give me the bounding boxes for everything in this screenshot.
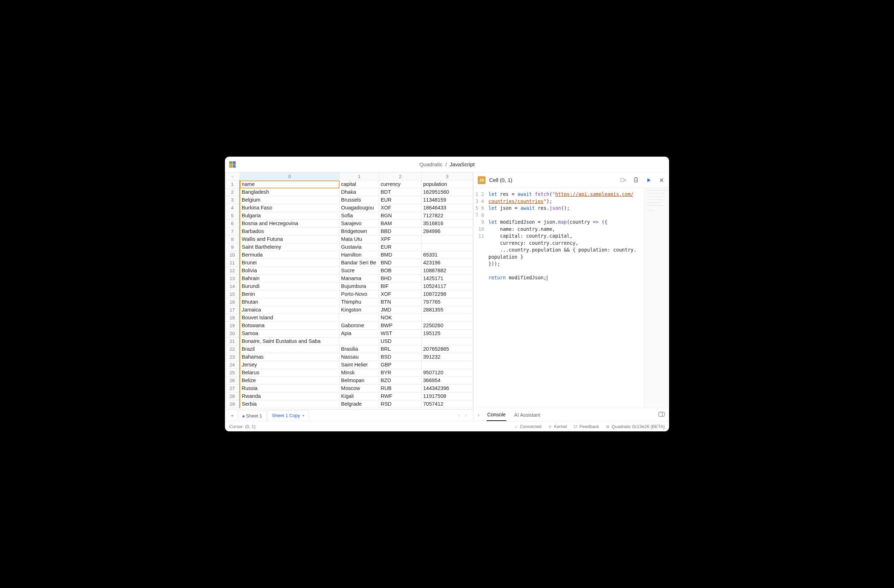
add-sheet-button[interactable]: ＋ <box>227 411 237 421</box>
cell[interactable]: 7127822 <box>422 212 473 220</box>
sheet-tab-1[interactable]: Sheet 1 <box>238 411 267 421</box>
status-kernel[interactable]: Kernel <box>548 424 567 429</box>
cell[interactable]: Brussels <box>340 196 379 204</box>
row-header[interactable]: 27 <box>225 384 240 392</box>
cell[interactable]: Samoa <box>240 330 340 338</box>
cell[interactable]: Bridgetown <box>340 228 379 235</box>
cell[interactable]: 11348159 <box>422 196 473 204</box>
row-header[interactable]: 17 <box>225 306 240 314</box>
cell[interactable]: 366954 <box>422 377 473 384</box>
cell[interactable]: Belmopan <box>340 377 379 384</box>
selection-icon[interactable]: ▾ <box>620 177 626 183</box>
cell[interactable]: Belgrade <box>340 400 379 408</box>
cell[interactable]: name <box>240 181 340 188</box>
cell[interactable]: 207652865 <box>422 345 473 353</box>
cell[interactable]: NOK <box>379 314 422 322</box>
chevron-right-icon[interactable]: › <box>478 412 479 418</box>
cell[interactable]: 18646433 <box>422 204 473 212</box>
row-header[interactable]: 26 <box>225 377 240 384</box>
cell[interactable]: Burundi <box>240 283 340 290</box>
cell[interactable]: BWP <box>379 322 422 330</box>
cell[interactable]: Saint Barthelemy <box>240 243 340 251</box>
row-header[interactable]: 25 <box>225 369 240 377</box>
cell[interactable] <box>422 235 473 243</box>
cell[interactable] <box>340 338 379 345</box>
row-header[interactable]: 7 <box>225 228 240 235</box>
cell[interactable]: Moscow <box>340 384 379 392</box>
cell[interactable]: 7057412 <box>422 400 473 408</box>
cell[interactable]: Benin <box>240 290 340 298</box>
cell[interactable]: Ouagadougou <box>340 204 379 212</box>
cell[interactable]: Apia <box>340 330 379 338</box>
row-header[interactable]: 9 <box>225 243 240 251</box>
sheet-tab-2[interactable]: Sheet 1 Copy▾ <box>267 410 309 421</box>
cell[interactable]: Bonaire, Saint Eustatius and Saba <box>240 338 340 345</box>
row-header[interactable]: 10 <box>225 251 240 259</box>
cell[interactable]: 10887882 <box>422 267 473 275</box>
cell[interactable]: BTN <box>379 298 422 306</box>
row-header[interactable]: 16 <box>225 298 240 306</box>
cell[interactable]: currency <box>379 181 422 188</box>
cell[interactable]: Jersey <box>240 361 340 369</box>
cell[interactable]: Kingston <box>340 306 379 314</box>
cell[interactable]: Bandar Seri Be <box>340 259 379 267</box>
status-version[interactable]: Quadratic 0c13e26 (BETA) <box>606 424 665 429</box>
cell[interactable]: BGN <box>379 212 422 220</box>
cell[interactable]: Belize <box>240 377 340 384</box>
row-header[interactable]: 21 <box>225 338 240 345</box>
row-header[interactable]: 22 <box>225 345 240 353</box>
cell[interactable]: Bosnia and Herzegovina <box>240 220 340 228</box>
row-header[interactable]: 14 <box>225 283 240 290</box>
cell[interactable]: 797765 <box>422 298 473 306</box>
cell[interactable]: Barbados <box>240 228 340 235</box>
cell[interactable]: 2881355 <box>422 306 473 314</box>
cell[interactable]: 144342396 <box>422 384 473 392</box>
cell[interactable]: BHD <box>379 275 422 283</box>
row-header[interactable]: 6 <box>225 220 240 228</box>
cell[interactable]: Brazil <box>240 345 340 353</box>
row-header[interactable]: 18 <box>225 314 240 322</box>
cell[interactable]: WST <box>379 330 422 338</box>
cell[interactable]: Brasilia <box>340 345 379 353</box>
cell[interactable]: Dhaka <box>340 188 379 196</box>
cell[interactable]: 65331 <box>422 251 473 259</box>
cell[interactable]: Gaborone <box>340 322 379 330</box>
row-header[interactable]: 20 <box>225 330 240 338</box>
cell[interactable]: Botswana <box>240 322 340 330</box>
row-header[interactable]: 12 <box>225 267 240 275</box>
cell[interactable]: Serbia <box>240 400 340 408</box>
row-header[interactable]: 29 <box>225 400 240 408</box>
cell[interactable]: Bulgaria <box>240 212 340 220</box>
cell[interactable]: Nassau <box>340 353 379 361</box>
app-logo-icon[interactable] <box>229 161 236 168</box>
cell[interactable]: Bahamas <box>240 353 340 361</box>
cell[interactable]: BDT <box>379 188 422 196</box>
cell[interactable]: Porto-Novo <box>340 290 379 298</box>
cell[interactable]: Thimphu <box>340 298 379 306</box>
cell[interactable]: EUR <box>379 243 422 251</box>
cell[interactable]: Bangladesh <box>240 188 340 196</box>
row-header[interactable]: 4 <box>225 204 240 212</box>
cell[interactable]: 11917508 <box>422 392 473 400</box>
cell[interactable] <box>422 243 473 251</box>
cell[interactable]: Russia <box>240 384 340 392</box>
spreadsheet-grid[interactable]: ◦ 0 1 2 3 1namecapitalcurrencypopulation… <box>225 172 473 408</box>
cell[interactable]: Manama <box>340 275 379 283</box>
cell[interactable]: 3516816 <box>422 220 473 228</box>
row-header[interactable]: 8 <box>225 235 240 243</box>
cell[interactable]: RSD <box>379 400 422 408</box>
cell[interactable]: Bermuda <box>240 251 340 259</box>
cell[interactable]: 10524117 <box>422 283 473 290</box>
cell[interactable]: XOF <box>379 290 422 298</box>
cell[interactable]: Minsk <box>340 369 379 377</box>
row-header[interactable]: 19 <box>225 322 240 330</box>
cell[interactable]: EUR <box>379 196 422 204</box>
row-header[interactable]: 5 <box>225 212 240 220</box>
sheet-next-button[interactable]: › <box>464 412 468 419</box>
cell[interactable]: XPF <box>379 235 422 243</box>
cell[interactable]: BRL <box>379 345 422 353</box>
cell[interactable]: BMD <box>379 251 422 259</box>
run-button[interactable] <box>645 177 652 183</box>
corner-cell[interactable]: ◦ <box>225 173 240 181</box>
cell[interactable]: Hamilton <box>340 251 379 259</box>
